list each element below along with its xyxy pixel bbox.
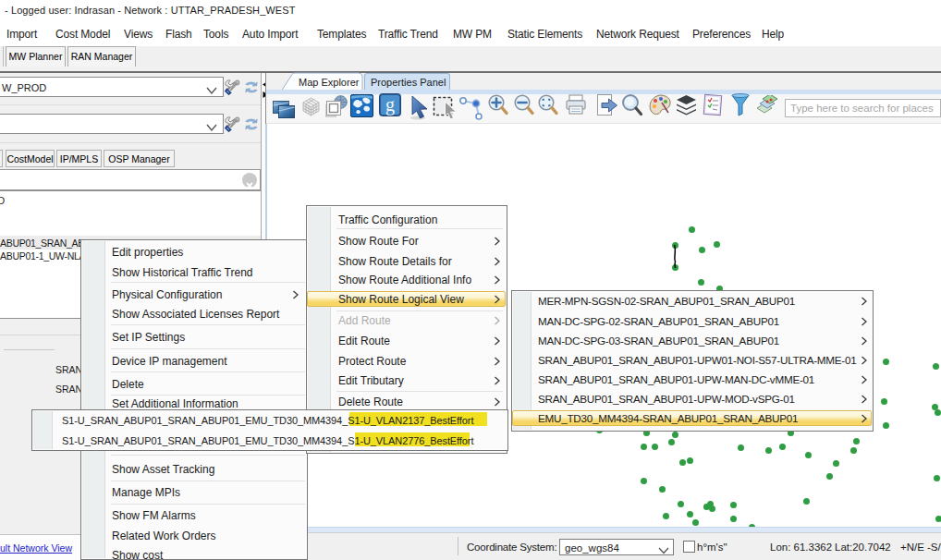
svg-text:g: g — [385, 94, 395, 116]
